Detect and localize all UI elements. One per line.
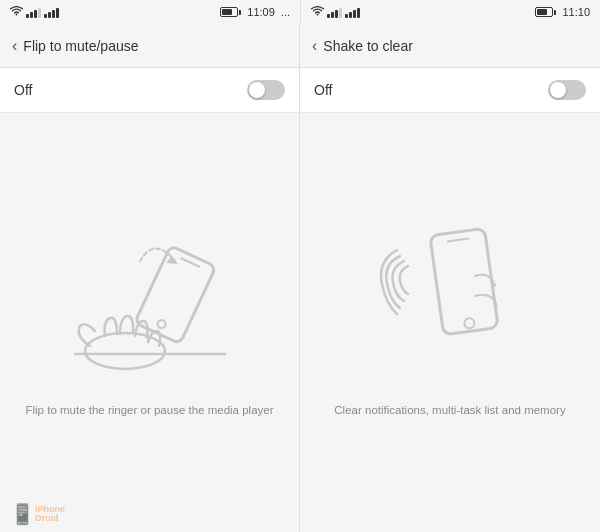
right-status-bar: 11:10 bbox=[300, 0, 600, 24]
signal-icon-right-1 bbox=[327, 6, 342, 18]
flip-toggle-knob bbox=[249, 82, 265, 98]
flip-toggle-row: Off bbox=[0, 68, 299, 113]
svg-point-4 bbox=[85, 333, 165, 369]
wifi-icon-left bbox=[10, 6, 23, 19]
signal-icon-left-1 bbox=[26, 6, 41, 18]
watermark-phone-icon: 📱 bbox=[10, 502, 35, 526]
flip-illustration-area: Flip to mute the ringer or pause the med… bbox=[0, 113, 299, 532]
right-status-icons bbox=[311, 6, 360, 19]
flip-illustration-caption: Flip to mute the ringer or pause the med… bbox=[25, 402, 273, 418]
wifi-icon-right bbox=[311, 6, 324, 19]
left-time: 11:09 bbox=[247, 6, 275, 18]
svg-point-7 bbox=[464, 318, 475, 329]
left-status-icons bbox=[10, 6, 59, 19]
svg-marker-5 bbox=[166, 256, 178, 264]
flip-back-arrow[interactable]: ‹ bbox=[12, 37, 17, 55]
flip-toggle-switch[interactable] bbox=[247, 80, 285, 100]
signal-icon-right-2 bbox=[345, 6, 360, 18]
svg-point-1 bbox=[156, 319, 167, 330]
shake-toggle-row: Off bbox=[300, 68, 600, 113]
svg-line-8 bbox=[448, 239, 469, 242]
flip-panel-title: Flip to mute/pause bbox=[23, 38, 138, 54]
left-status-bar: 11:09 ... bbox=[0, 0, 300, 24]
right-status-right-group: 11:10 bbox=[535, 6, 590, 18]
shake-illustration bbox=[360, 206, 540, 386]
shake-toggle-label: Off bbox=[314, 82, 332, 98]
left-extra: ... bbox=[281, 6, 290, 18]
battery-icon-left bbox=[220, 7, 241, 17]
watermark: 📱 iPhone Droid bbox=[10, 502, 65, 526]
shake-panel-title: Shake to clear bbox=[323, 38, 413, 54]
shake-toggle-knob bbox=[550, 82, 566, 98]
svg-rect-6 bbox=[430, 229, 498, 336]
right-time: 11:10 bbox=[562, 6, 590, 18]
panels-container: ‹ Flip to mute/pause Off bbox=[0, 24, 600, 532]
flip-illustration bbox=[60, 206, 240, 386]
shake-panel-header: ‹ Shake to clear bbox=[300, 24, 600, 68]
shake-back-arrow[interactable]: ‹ bbox=[312, 37, 317, 55]
signal-icon-left-2 bbox=[44, 6, 59, 18]
flip-to-mute-panel: ‹ Flip to mute/pause Off bbox=[0, 24, 300, 532]
shake-to-clear-panel: ‹ Shake to clear Off bbox=[300, 24, 600, 532]
shake-illustration-area: Clear notifications, multi-task list and… bbox=[300, 113, 600, 532]
flip-panel-header: ‹ Flip to mute/pause bbox=[0, 24, 299, 68]
shake-illustration-caption: Clear notifications, multi-task list and… bbox=[334, 402, 565, 418]
svg-line-2 bbox=[181, 259, 199, 267]
watermark-text-block: iPhone Droid bbox=[35, 505, 65, 523]
battery-icon-right bbox=[535, 7, 556, 17]
flip-toggle-label: Off bbox=[14, 82, 32, 98]
left-status-right-group: 11:09 ... bbox=[220, 6, 290, 18]
shake-toggle-switch[interactable] bbox=[548, 80, 586, 100]
watermark-line2: Droid bbox=[35, 514, 65, 523]
status-bar-container: 11:09 ... bbox=[0, 0, 600, 24]
